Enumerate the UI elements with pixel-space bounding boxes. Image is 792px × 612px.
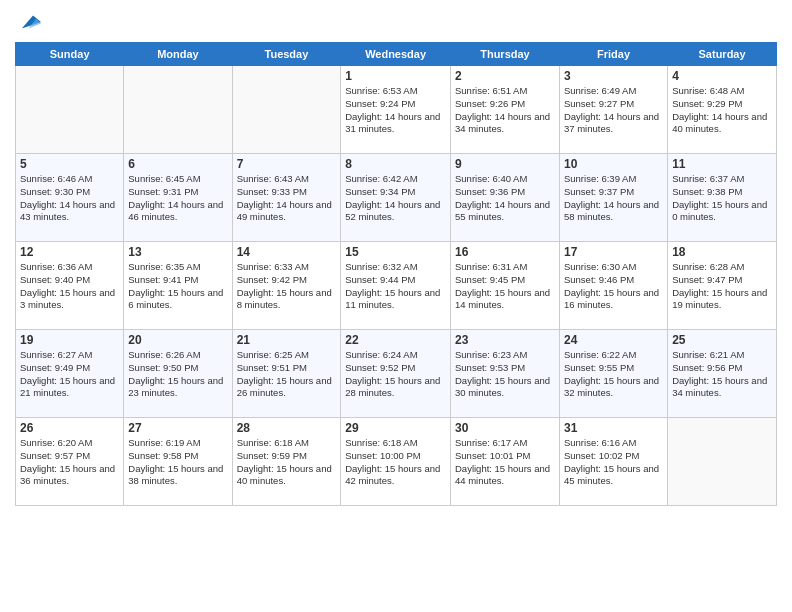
calendar-week-2: 5 Sunrise: 6:46 AMSunset: 9:30 PMDayligh…: [16, 154, 777, 242]
calendar-header-row: SundayMondayTuesdayWednesdayThursdayFrid…: [16, 43, 777, 66]
day-number: 8: [345, 157, 446, 171]
day-number: 11: [672, 157, 772, 171]
day-number: 18: [672, 245, 772, 259]
calendar-cell: 1 Sunrise: 6:53 AMSunset: 9:24 PMDayligh…: [341, 66, 451, 154]
calendar-cell: 26 Sunrise: 6:20 AMSunset: 9:57 PMDaylig…: [16, 418, 124, 506]
calendar-cell: 27 Sunrise: 6:19 AMSunset: 9:58 PMDaylig…: [124, 418, 232, 506]
calendar-cell: 7 Sunrise: 6:43 AMSunset: 9:33 PMDayligh…: [232, 154, 341, 242]
calendar-cell: 12 Sunrise: 6:36 AMSunset: 9:40 PMDaylig…: [16, 242, 124, 330]
calendar-cell: 19 Sunrise: 6:27 AMSunset: 9:49 PMDaylig…: [16, 330, 124, 418]
calendar-cell: 31 Sunrise: 6:16 AMSunset: 10:02 PMDayli…: [559, 418, 667, 506]
day-number: 12: [20, 245, 119, 259]
day-number: 27: [128, 421, 227, 435]
header: [15, 10, 777, 34]
day-info: Sunrise: 6:25 AMSunset: 9:51 PMDaylight:…: [237, 349, 337, 400]
calendar-cell: 2 Sunrise: 6:51 AMSunset: 9:26 PMDayligh…: [450, 66, 559, 154]
day-info: Sunrise: 6:16 AMSunset: 10:02 PMDaylight…: [564, 437, 663, 488]
day-info: Sunrise: 6:39 AMSunset: 9:37 PMDaylight:…: [564, 173, 663, 224]
day-number: 7: [237, 157, 337, 171]
day-info: Sunrise: 6:32 AMSunset: 9:44 PMDaylight:…: [345, 261, 446, 312]
calendar-body: 1 Sunrise: 6:53 AMSunset: 9:24 PMDayligh…: [16, 66, 777, 506]
day-info: Sunrise: 6:36 AMSunset: 9:40 PMDaylight:…: [20, 261, 119, 312]
day-number: 9: [455, 157, 555, 171]
day-info: Sunrise: 6:42 AMSunset: 9:34 PMDaylight:…: [345, 173, 446, 224]
day-info: Sunrise: 6:53 AMSunset: 9:24 PMDaylight:…: [345, 85, 446, 136]
calendar-cell: 22 Sunrise: 6:24 AMSunset: 9:52 PMDaylig…: [341, 330, 451, 418]
day-number: 14: [237, 245, 337, 259]
day-number: 6: [128, 157, 227, 171]
day-number: 28: [237, 421, 337, 435]
calendar-cell: 6 Sunrise: 6:45 AMSunset: 9:31 PMDayligh…: [124, 154, 232, 242]
day-header-monday: Monday: [124, 43, 232, 66]
calendar-table: SundayMondayTuesdayWednesdayThursdayFrid…: [15, 42, 777, 506]
logo: [15, 10, 41, 34]
day-number: 17: [564, 245, 663, 259]
calendar-week-1: 1 Sunrise: 6:53 AMSunset: 9:24 PMDayligh…: [16, 66, 777, 154]
day-header-tuesday: Tuesday: [232, 43, 341, 66]
calendar-cell: [124, 66, 232, 154]
day-info: Sunrise: 6:19 AMSunset: 9:58 PMDaylight:…: [128, 437, 227, 488]
day-header-wednesday: Wednesday: [341, 43, 451, 66]
day-number: 30: [455, 421, 555, 435]
calendar-cell: 5 Sunrise: 6:46 AMSunset: 9:30 PMDayligh…: [16, 154, 124, 242]
calendar-cell: 3 Sunrise: 6:49 AMSunset: 9:27 PMDayligh…: [559, 66, 667, 154]
calendar-cell: 18 Sunrise: 6:28 AMSunset: 9:47 PMDaylig…: [668, 242, 777, 330]
day-number: 5: [20, 157, 119, 171]
day-header-friday: Friday: [559, 43, 667, 66]
day-info: Sunrise: 6:22 AMSunset: 9:55 PMDaylight:…: [564, 349, 663, 400]
calendar-week-4: 19 Sunrise: 6:27 AMSunset: 9:49 PMDaylig…: [16, 330, 777, 418]
day-info: Sunrise: 6:24 AMSunset: 9:52 PMDaylight:…: [345, 349, 446, 400]
calendar-cell: 13 Sunrise: 6:35 AMSunset: 9:41 PMDaylig…: [124, 242, 232, 330]
calendar-cell: 20 Sunrise: 6:26 AMSunset: 9:50 PMDaylig…: [124, 330, 232, 418]
calendar-cell: 15 Sunrise: 6:32 AMSunset: 9:44 PMDaylig…: [341, 242, 451, 330]
day-number: 2: [455, 69, 555, 83]
calendar-cell: 17 Sunrise: 6:30 AMSunset: 9:46 PMDaylig…: [559, 242, 667, 330]
calendar-cell: 8 Sunrise: 6:42 AMSunset: 9:34 PMDayligh…: [341, 154, 451, 242]
day-info: Sunrise: 6:35 AMSunset: 9:41 PMDaylight:…: [128, 261, 227, 312]
calendar-cell: 9 Sunrise: 6:40 AMSunset: 9:36 PMDayligh…: [450, 154, 559, 242]
day-info: Sunrise: 6:27 AMSunset: 9:49 PMDaylight:…: [20, 349, 119, 400]
day-number: 19: [20, 333, 119, 347]
day-number: 26: [20, 421, 119, 435]
day-info: Sunrise: 6:21 AMSunset: 9:56 PMDaylight:…: [672, 349, 772, 400]
day-number: 24: [564, 333, 663, 347]
day-number: 3: [564, 69, 663, 83]
day-info: Sunrise: 6:17 AMSunset: 10:01 PMDaylight…: [455, 437, 555, 488]
calendar-cell: 21 Sunrise: 6:25 AMSunset: 9:51 PMDaylig…: [232, 330, 341, 418]
day-info: Sunrise: 6:31 AMSunset: 9:45 PMDaylight:…: [455, 261, 555, 312]
day-info: Sunrise: 6:46 AMSunset: 9:30 PMDaylight:…: [20, 173, 119, 224]
calendar-cell: [668, 418, 777, 506]
day-number: 20: [128, 333, 227, 347]
day-info: Sunrise: 6:30 AMSunset: 9:46 PMDaylight:…: [564, 261, 663, 312]
calendar-cell: 24 Sunrise: 6:22 AMSunset: 9:55 PMDaylig…: [559, 330, 667, 418]
day-number: 4: [672, 69, 772, 83]
day-info: Sunrise: 6:20 AMSunset: 9:57 PMDaylight:…: [20, 437, 119, 488]
calendar-cell: 23 Sunrise: 6:23 AMSunset: 9:53 PMDaylig…: [450, 330, 559, 418]
calendar-cell: 10 Sunrise: 6:39 AMSunset: 9:37 PMDaylig…: [559, 154, 667, 242]
calendar-week-3: 12 Sunrise: 6:36 AMSunset: 9:40 PMDaylig…: [16, 242, 777, 330]
calendar-cell: 14 Sunrise: 6:33 AMSunset: 9:42 PMDaylig…: [232, 242, 341, 330]
day-info: Sunrise: 6:49 AMSunset: 9:27 PMDaylight:…: [564, 85, 663, 136]
day-info: Sunrise: 6:51 AMSunset: 9:26 PMDaylight:…: [455, 85, 555, 136]
day-number: 10: [564, 157, 663, 171]
calendar-cell: 4 Sunrise: 6:48 AMSunset: 9:29 PMDayligh…: [668, 66, 777, 154]
day-number: 23: [455, 333, 555, 347]
calendar-cell: 25 Sunrise: 6:21 AMSunset: 9:56 PMDaylig…: [668, 330, 777, 418]
day-info: Sunrise: 6:28 AMSunset: 9:47 PMDaylight:…: [672, 261, 772, 312]
day-header-sunday: Sunday: [16, 43, 124, 66]
day-number: 31: [564, 421, 663, 435]
calendar-week-5: 26 Sunrise: 6:20 AMSunset: 9:57 PMDaylig…: [16, 418, 777, 506]
day-info: Sunrise: 6:37 AMSunset: 9:38 PMDaylight:…: [672, 173, 772, 224]
day-number: 21: [237, 333, 337, 347]
day-number: 16: [455, 245, 555, 259]
day-number: 13: [128, 245, 227, 259]
calendar-cell: 29 Sunrise: 6:18 AMSunset: 10:00 PMDayli…: [341, 418, 451, 506]
day-info: Sunrise: 6:26 AMSunset: 9:50 PMDaylight:…: [128, 349, 227, 400]
calendar-cell: 28 Sunrise: 6:18 AMSunset: 9:59 PMDaylig…: [232, 418, 341, 506]
day-info: Sunrise: 6:40 AMSunset: 9:36 PMDaylight:…: [455, 173, 555, 224]
day-info: Sunrise: 6:18 AMSunset: 10:00 PMDaylight…: [345, 437, 446, 488]
day-number: 22: [345, 333, 446, 347]
day-info: Sunrise: 6:45 AMSunset: 9:31 PMDaylight:…: [128, 173, 227, 224]
day-info: Sunrise: 6:33 AMSunset: 9:42 PMDaylight:…: [237, 261, 337, 312]
day-info: Sunrise: 6:18 AMSunset: 9:59 PMDaylight:…: [237, 437, 337, 488]
